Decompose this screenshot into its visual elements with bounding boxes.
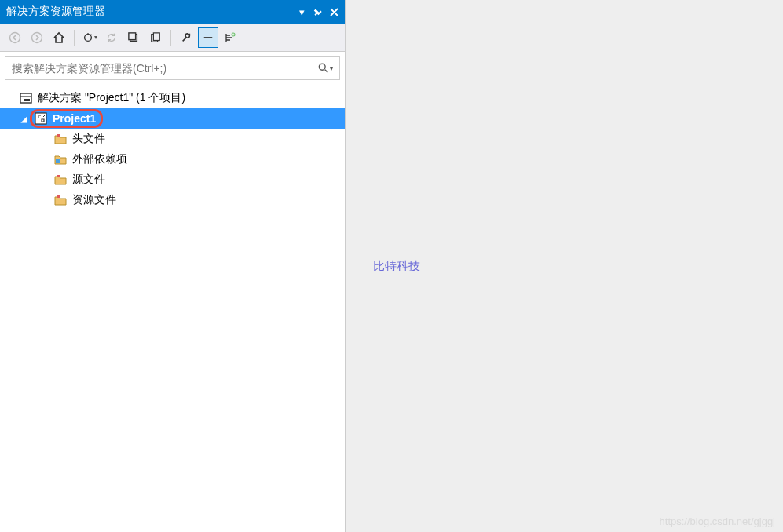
search-input[interactable]: [12, 62, 318, 75]
dropdown-icon[interactable]: ▾: [299, 6, 305, 18]
svg-point-1: [32, 32, 42, 42]
svg-rect-16: [57, 195, 60, 198]
solution-explorer-panel: 解决方案资源管理器 ▾ ▾: [0, 0, 346, 532]
collapse-button[interactable]: [220, 27, 240, 48]
toolbar-separator: [74, 30, 75, 46]
project-label: Project1: [53, 112, 96, 125]
svg-rect-10: [20, 93, 31, 103]
solution-label: 解决方案 "Project1" (1 个项目): [38, 91, 185, 105]
svg-rect-15: [57, 175, 60, 177]
svg-rect-7: [204, 37, 213, 38]
folder-label: 源文件: [72, 173, 105, 187]
attribution-text: https://blog.csdn.net/gjggj: [660, 516, 775, 527]
svg-rect-6: [153, 32, 159, 40]
svg-point-9: [319, 64, 325, 70]
preview-button[interactable]: [198, 27, 218, 48]
highlight-annotation: Project1: [30, 109, 103, 128]
folder-icon: [53, 133, 68, 145]
search-icon[interactable]: ▾: [318, 63, 333, 74]
svg-rect-14: [56, 159, 60, 163]
watermark-text: 比特科技: [373, 259, 420, 274]
folder-node-external[interactable]: 外部依赖项: [0, 149, 345, 169]
forward-button[interactable]: [27, 27, 47, 48]
project-node[interactable]: ◢ Project1: [0, 108, 345, 129]
toolbar: ▾: [0, 24, 345, 52]
folder-icon: [53, 173, 68, 186]
solution-node[interactable]: 解决方案 "Project1" (1 个项目): [0, 88, 345, 108]
pin-icon[interactable]: [313, 7, 322, 16]
sync-button[interactable]: [101, 27, 122, 48]
folder-label: 外部依赖项: [72, 152, 127, 166]
folder-label: 资源文件: [72, 193, 116, 207]
expander-collapse-icon[interactable]: ◢: [19, 115, 30, 123]
home-button[interactable]: [49, 27, 69, 48]
folder-label: 头文件: [72, 132, 105, 146]
folder-node-source[interactable]: 源文件: [0, 169, 345, 190]
search-box[interactable]: ▾: [5, 56, 340, 80]
show-all-files-button[interactable]: [145, 27, 166, 48]
panel-title: 解决方案资源管理器: [6, 5, 299, 19]
svg-rect-12: [35, 113, 46, 124]
folder-icon: [53, 194, 68, 206]
refresh-button[interactable]: [123, 27, 144, 48]
panel-titlebar: 解决方案资源管理器 ▾: [0, 0, 345, 24]
back-button[interactable]: [5, 27, 25, 48]
solution-tree: 解决方案 "Project1" (1 个项目) ◢ Project1 头文件 外…: [0, 85, 345, 532]
external-deps-icon: [53, 153, 68, 166]
project-icon: [34, 112, 48, 125]
window-controls: ▾: [299, 6, 338, 18]
toolbar-separator: [170, 30, 171, 46]
chevron-down-icon: ▾: [94, 34, 97, 41]
properties-button[interactable]: [176, 27, 196, 48]
close-icon[interactable]: [330, 8, 338, 16]
svg-rect-13: [57, 134, 60, 137]
solution-icon: [19, 92, 33, 104]
folder-node-resources[interactable]: 资源文件: [0, 190, 345, 210]
scope-button[interactable]: ▾: [79, 27, 100, 48]
svg-point-0: [10, 32, 20, 42]
svg-rect-11: [24, 99, 30, 101]
svg-rect-4: [129, 32, 136, 39]
chevron-down-icon: ▾: [330, 65, 333, 72]
folder-node-headers[interactable]: 头文件: [0, 129, 345, 149]
